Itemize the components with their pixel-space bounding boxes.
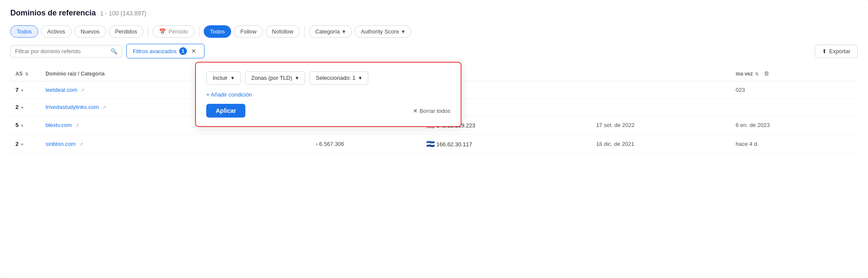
seleccionado-chevron-icon: ▾ [359, 75, 362, 81]
clear-all-label: Borrar todos [419, 108, 450, 114]
export-icon: ⬆ [822, 48, 827, 54]
as-chevron-icon[interactable]: ▾ [21, 88, 23, 93]
first-seen-cell [591, 82, 730, 99]
last-seen-cell [730, 99, 858, 116]
advanced-filter-badge: 1 [179, 47, 187, 55]
as-chevron-icon[interactable]: ▾ [21, 105, 23, 110]
tab-nuevos[interactable]: Nuevos [74, 25, 106, 38]
tab-activos[interactable]: Activos [41, 25, 72, 38]
clear-all-button[interactable]: ✕ Borrar todos [413, 108, 450, 114]
sort-as-icon[interactable]: ⇅ [25, 72, 28, 76]
as-score: 7 ▾ [10, 82, 40, 99]
panel-footer: Aplicar ✕ Borrar todos [206, 104, 450, 118]
search-box[interactable]: 🔍 [10, 45, 122, 57]
add-condition-btn[interactable]: + Añadir condición [206, 91, 450, 98]
search-input[interactable] [15, 48, 107, 54]
authority-score-label: Authority Score [361, 28, 399, 35]
period-label: Período [168, 28, 188, 35]
clear-all-icon: ✕ [413, 108, 418, 114]
domain-cell: sinbton.com ↗ [40, 135, 311, 154]
export-label: Exportar [829, 48, 850, 54]
first-seen-cell [591, 99, 730, 116]
tab-perdidos[interactable]: Perdidos [109, 25, 144, 38]
col-first-seen [591, 66, 730, 82]
divider2 [199, 26, 199, 38]
trash-icon[interactable]: 🗑 [764, 70, 769, 77]
flag-sv: 🇸🇻 [426, 140, 435, 148]
col-last-seen: ma vez ⇅ 🗑 [730, 66, 858, 82]
tab-follow[interactable]: Follow [234, 25, 263, 38]
table-wrapper: Incluir ▾ Zonas (por TLD) ▾ Seleccionado… [10, 66, 858, 154]
ip-cell: 🇸🇻166.62.30.117 [421, 135, 591, 154]
category-dropdown[interactable]: Categoría ▾ [309, 25, 352, 38]
external-link-icon[interactable]: ↗ [102, 105, 106, 110]
incluir-chevron-icon: ▾ [231, 75, 234, 81]
divider [148, 26, 148, 38]
page-subtitle: 1 - 100 (143.897) [100, 10, 146, 17]
search-row: 🔍 Filtros avanzados 1 ✕ ⬆ Exportar [10, 44, 858, 58]
table-row: 2 ▾ sinbton.com ↗ › 6.567.306 🇸🇻166.62.3… [10, 135, 858, 154]
first-seen-cell: 18 dic. de 2021 [591, 135, 730, 154]
as-score: 5 ▾ [10, 116, 40, 135]
as-score: 2 ▾ [10, 99, 40, 116]
domain-link[interactable]: leetdeal.com [46, 87, 77, 93]
advanced-filter-panel: Incluir ▾ Zonas (por TLD) ▾ Seleccionado… [195, 62, 462, 127]
close-advanced-filter-icon[interactable]: ✕ [189, 47, 198, 55]
external-link-icon[interactable]: ↗ [79, 142, 83, 147]
page-title: Dominios de referencia [10, 9, 96, 18]
authority-score-dropdown[interactable]: Authority Score ▾ [355, 25, 411, 38]
zonas-label: Zonas (por TLD) [251, 75, 292, 81]
last-seen-cell: hace 4 d. [730, 135, 858, 154]
seleccionado-dropdown[interactable]: Seleccionado: 1 ▾ [309, 71, 369, 85]
seleccionado-label: Seleccionado: 1 [316, 75, 356, 81]
domain-link[interactable]: blextv.com [46, 122, 72, 128]
category-chevron-icon: ▾ [342, 28, 345, 35]
first-seen-cell: 17 set. de 2022 [591, 116, 730, 135]
zonas-chevron-icon: ▾ [296, 75, 299, 81]
advanced-filter-label: Filtros avanzados [133, 48, 177, 54]
search-icon: 🔍 [110, 48, 117, 54]
as-chevron-icon[interactable]: ▾ [21, 142, 23, 147]
authority-chevron-icon: ▾ [402, 28, 405, 35]
incluir-dropdown[interactable]: Incluir ▾ [206, 71, 241, 85]
add-condition-label: + Añadir condición [206, 91, 252, 98]
last-seen-cell: 023 [730, 82, 858, 99]
advanced-filter-button[interactable]: Filtros avanzados 1 ✕ [126, 44, 205, 58]
apply-button[interactable]: Aplicar [206, 104, 245, 118]
as-score: 2 ▾ [10, 135, 40, 154]
visits-cell: › 6.567.306 [311, 135, 421, 154]
tab-nofollow[interactable]: Nofollow [266, 25, 300, 38]
export-button[interactable]: ⬆ Exportar [815, 45, 858, 58]
period-button[interactable]: 📅 Período [153, 25, 195, 38]
calendar-icon: 📅 [159, 28, 166, 35]
tab-todos[interactable]: Todos [10, 25, 38, 38]
last-seen-cell: 6 en. de 2023 [730, 116, 858, 135]
filter-condition-row: Incluir ▾ Zonas (por TLD) ▾ Seleccionado… [206, 71, 450, 85]
sort-last-icon[interactable]: ⇅ [755, 72, 758, 76]
category-label: Categoría [315, 28, 340, 35]
incluir-label: Incluir [213, 75, 228, 81]
tab-link-todos[interactable]: Todos [204, 25, 232, 38]
as-chevron-icon[interactable]: ▾ [21, 123, 23, 128]
zonas-dropdown[interactable]: Zonas (por TLD) ▾ [245, 71, 305, 85]
col-as: AS ⇅ [10, 66, 40, 82]
external-link-icon[interactable]: ↗ [80, 88, 84, 93]
divider3 [304, 26, 305, 38]
filter-tabs-row: Todos Activos Nuevos Perdidos 📅 Período … [10, 25, 858, 38]
domain-link[interactable]: sinbton.com [46, 141, 76, 147]
domain-link[interactable]: trivedastudylinks.com [46, 104, 99, 110]
external-link-icon[interactable]: ↗ [75, 123, 79, 128]
